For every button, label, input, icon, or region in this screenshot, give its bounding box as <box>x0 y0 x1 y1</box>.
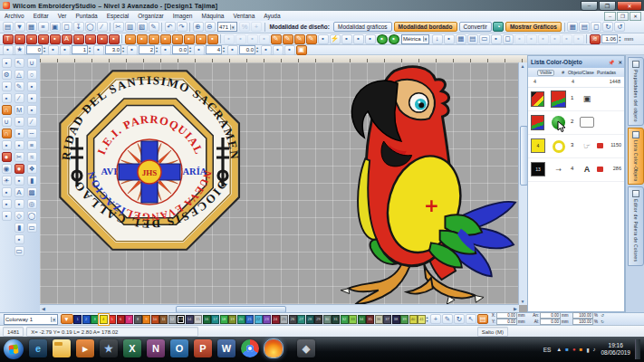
palette-swatch-15[interactable]: 15 <box>194 315 202 324</box>
scroll-up-icon[interactable]: ▲ <box>519 62 526 70</box>
closed-shape-icon[interactable]: ▪ <box>318 34 329 44</box>
length-small-icon[interactable]: ▪ <box>93 45 104 55</box>
branch-tool-icon[interactable]: ▪ <box>14 140 24 150</box>
scroll-left-icon[interactable]: ◀ <box>40 305 47 312</box>
chevron-down-icon[interactable] <box>51 317 56 322</box>
add-color-icon[interactable]: + <box>430 314 441 324</box>
offset-small-icon[interactable]: ▪ <box>160 45 171 55</box>
palette-swatch-18[interactable]: 18 <box>220 315 228 324</box>
windows-explorer-icon[interactable] <box>53 339 71 357</box>
punch-open-icon[interactable]: ▪ <box>73 34 84 44</box>
scroll-right-icon[interactable]: ▶ <box>512 305 519 312</box>
lettering-m-icon[interactable]: M <box>14 105 24 115</box>
thread-chart-icon[interactable]: ▤ <box>477 314 488 324</box>
value-spinner-15[interactable]: ▴▾ <box>256 46 258 53</box>
pencil-plain-icon[interactable]: ✎ <box>306 34 317 44</box>
palette-swatch-17[interactable]: 17 <box>211 315 219 324</box>
palette-swatch-3[interactable]: 3 <box>91 315 99 324</box>
embroidery-mode-button[interactable]: Modalidad bordado <box>394 22 457 32</box>
palette-swatch-27[interactable]: 27 <box>297 315 305 324</box>
wheel-tool-icon[interactable]: ⚙ <box>2 70 12 80</box>
sun-fill-icon[interactable]: ☀ <box>2 176 12 186</box>
zoom-level-combo[interactable]: 471 <box>217 22 237 32</box>
zigzag-stitch-icon[interactable]: ≈ <box>27 152 37 162</box>
scale-y-field[interactable]: 100.00 <box>572 319 593 325</box>
value-spinner-9[interactable]: ▴▾ <box>156 46 158 53</box>
color-swatch[interactable]: 13 <box>531 162 545 176</box>
stitch-length-field[interactable]: 1.06 <box>601 34 618 43</box>
doc-restore-button[interactable] <box>617 12 629 21</box>
palette-swatch-21[interactable]: 21 <box>245 315 254 324</box>
pattern-fill-icon[interactable]: ▪ <box>2 187 12 197</box>
rotate-ccw-icon[interactable]: ↺ <box>599 313 606 319</box>
palette-swatch-12[interactable]: 12 <box>168 315 177 324</box>
stitch-length-icon[interactable]: ≋ <box>590 34 601 44</box>
value-spinner-11[interactable]: ▴▾ <box>189 46 191 53</box>
height-field[interactable]: 0.00 <box>540 319 561 325</box>
convert-button[interactable]: Convertir <box>459 22 492 32</box>
palette-swatch-9[interactable]: 9 <box>142 315 150 324</box>
punch-column-icon[interactable]: ▪ <box>97 34 108 44</box>
doc-minimize-button[interactable] <box>604 12 616 21</box>
vertical-scrollbar[interactable]: ▲ ▼ <box>518 62 527 305</box>
rotate-hoop-icon[interactable]: ↻ <box>602 22 613 32</box>
color-swatch[interactable]: 4 <box>531 138 545 153</box>
fur-stitch-icon[interactable]: ▪ <box>184 34 195 44</box>
side-tab-lista-color-objeto[interactable]: Lista Color-Objeto <box>628 128 644 186</box>
side-tab-propiedades-del-objeto[interactable]: Propiedades del objeto <box>628 57 644 126</box>
print-preview-icon[interactable]: ◻ <box>62 22 72 32</box>
grid-tool-icon[interactable]: ▦ <box>456 34 466 44</box>
palette-swatch-37[interactable]: 37 <box>383 315 391 324</box>
travel-start-icon[interactable]: ▪ <box>224 34 235 44</box>
table-tool-icon[interactable]: ▤ <box>467 34 478 44</box>
palette-swatch-14[interactable]: 14 <box>186 315 194 324</box>
reshape-tool-icon[interactable]: △ <box>14 70 24 80</box>
palette-swatch-16[interactable]: 16 <box>203 315 211 324</box>
tatami-digitize-icon[interactable]: ▪ <box>38 34 49 44</box>
object-row-2[interactable]: 2 <box>528 111 624 135</box>
messenger-icon[interactable]: ■ <box>565 347 569 352</box>
palette-swatch-29[interactable]: 29 <box>314 315 322 324</box>
filter-a-icon[interactable]: ▪ <box>261 45 272 55</box>
edit-thread-icon[interactable]: ✎ <box>442 314 453 324</box>
loop-fill-icon[interactable]: ∪ <box>2 117 12 127</box>
badge-design[interactable]: CARIDAD DEL SANTISIMO SACRAMENTO DIOCESI… <box>49 60 250 262</box>
menu-imagen[interactable]: Imagen <box>168 13 197 19</box>
object-thumbnail[interactable] <box>531 91 544 107</box>
zoom-percent-icon[interactable]: % <box>239 22 250 32</box>
travel-left-icon[interactable]: ▪ <box>247 34 258 44</box>
palette-swatch-5[interactable]: 5 <box>108 315 116 324</box>
run-stitch-icon[interactable]: ┄ <box>27 129 37 138</box>
scroll-down-icon[interactable]: ▼ <box>519 298 526 305</box>
ellipse-tool-icon[interactable]: ◯ <box>27 211 37 221</box>
palette-swatch-20[interactable]: 20 <box>237 315 245 324</box>
chevron-down-icon[interactable] <box>423 36 428 42</box>
start-end-tool-icon[interactable]: ▪ <box>2 93 12 103</box>
letter-a-tool-icon[interactable]: A <box>14 187 24 197</box>
palette-swatch-11[interactable]: 11 <box>159 315 168 324</box>
format-painter-icon[interactable]: ✎ <box>149 22 159 32</box>
menu-ventana[interactable]: Ventana <box>228 13 259 19</box>
hoop-grid-icon[interactable]: ◻ <box>591 22 601 32</box>
redo-icon[interactable]: ↷ <box>177 22 187 32</box>
pen-tool-icon[interactable]: ✎ <box>14 81 24 91</box>
horizontal-scroll-thumb[interactable] <box>176 306 286 312</box>
value-spinner-13[interactable]: ▴▾ <box>223 46 225 53</box>
angle-small-icon[interactable]: ▪ <box>60 45 71 55</box>
open-design-icon[interactable]: ▼ <box>14 22 25 32</box>
kiosk-tool-icon[interactable]: ▪ <box>14 199 24 209</box>
machine-tool-icon[interactable]: ▪ <box>444 34 455 44</box>
curve-fill-icon[interactable]: ▪ <box>2 140 12 150</box>
arc-fill-icon[interactable]: ∩ <box>2 105 12 115</box>
circle-fill-icon[interactable]: ● <box>2 152 12 162</box>
palette-swatch-41[interactable]: 41 <box>418 315 426 324</box>
yellow-ring-preview[interactable] <box>553 140 565 153</box>
palette-swatch-32[interactable]: 32 <box>341 315 349 324</box>
value-field-15[interactable]: 0.0 <box>239 45 255 54</box>
triple-run-icon[interactable]: ≡ <box>27 140 37 150</box>
outline-o-icon[interactable]: ▪ <box>377 34 388 44</box>
object-row-4[interactable]: 13 ➝ 4 A 286 <box>528 158 624 182</box>
parrot-design[interactable] <box>312 57 518 309</box>
palette-swatch-38[interactable]: 38 <box>392 315 400 324</box>
width-small-icon[interactable]: ▪ <box>127 45 138 55</box>
